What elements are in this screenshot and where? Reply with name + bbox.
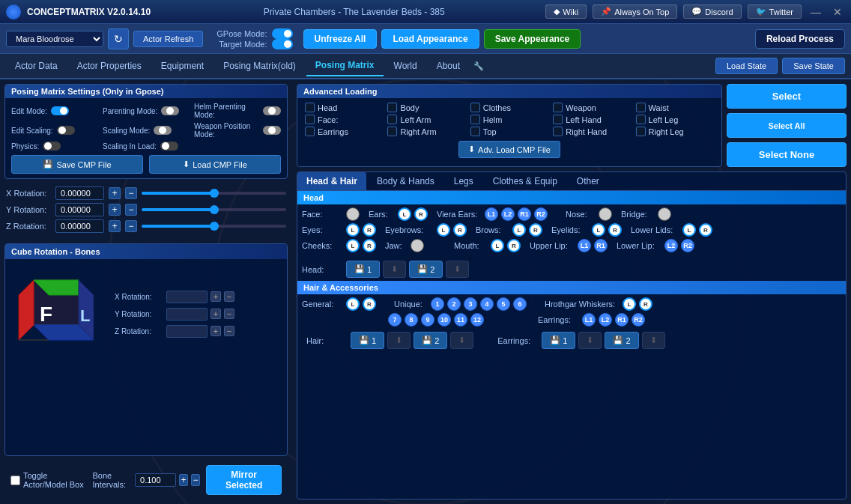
toggle-actor-checkbox[interactable] — [10, 476, 20, 485]
z-rotation-slider[interactable] — [142, 225, 286, 228]
parenting-toggle[interactable] — [161, 106, 179, 115]
unique-1-btn[interactable]: 1 — [431, 297, 444, 311]
cube-z-minus[interactable]: − — [224, 326, 234, 336]
tab-equipment[interactable]: Equipment — [152, 56, 213, 76]
tab-other[interactable]: Other — [568, 172, 608, 190]
left-arm-checkbox[interactable] — [387, 115, 397, 124]
eyelids-l-btn[interactable]: L — [592, 223, 605, 237]
select-all-btn2[interactable]: Select All — [727, 113, 847, 138]
x-plus-btn[interactable]: + — [109, 187, 121, 199]
nose-btn[interactable] — [599, 207, 612, 221]
discord-btn[interactable]: 💬 Discord — [683, 4, 741, 19]
tab-head-hair[interactable]: Head & Hair — [297, 172, 366, 190]
earrings-l1-btn[interactable]: L1 — [582, 313, 596, 327]
refresh-icon-btn[interactable]: ↻ — [108, 28, 129, 49]
right-arm-checkbox[interactable] — [387, 127, 397, 136]
cube-z-input[interactable] — [166, 325, 208, 338]
weapon-pos-toggle[interactable] — [263, 126, 281, 135]
lower-lip-l2-btn[interactable]: L2 — [664, 239, 678, 252]
unique-12-btn[interactable]: 12 — [470, 313, 484, 327]
tab-actor-properties[interactable]: Actor Properties — [68, 56, 151, 76]
save-cmp-btn[interactable]: 💾 Save CMP File — [11, 155, 143, 174]
lower-lids-r-btn[interactable]: R — [699, 223, 712, 237]
x-rotation-input[interactable] — [55, 186, 104, 200]
body-checkbox[interactable] — [387, 103, 397, 112]
brows-r-btn[interactable]: R — [529, 223, 542, 237]
head-load2-btn[interactable]: ⬇ — [446, 261, 469, 278]
y-minus-btn[interactable]: − — [125, 204, 137, 216]
bone-intervals-plus[interactable]: + — [179, 474, 188, 486]
earrings-l2-btn[interactable]: L2 — [599, 313, 612, 327]
hrothgar-r-btn[interactable]: R — [639, 297, 652, 311]
earrings-save2-btn[interactable]: 💾 2 — [605, 332, 638, 349]
scaling-load-toggle[interactable] — [160, 142, 178, 151]
bridge-btn[interactable] — [658, 207, 671, 221]
cube-x-minus[interactable]: − — [224, 291, 234, 302]
load-appearance-btn[interactable]: Load Appearance — [381, 29, 479, 49]
hrothgar-l-btn[interactable]: L — [623, 297, 636, 311]
tab-clothes-equip[interactable]: Clothes & Equip — [484, 172, 566, 190]
x-minus-btn[interactable]: − — [125, 187, 137, 199]
unique-8-btn[interactable]: 8 — [405, 313, 418, 327]
head-save1-btn[interactable]: 💾 1 — [346, 261, 380, 278]
cube-y-input[interactable] — [166, 308, 208, 321]
physics-toggle[interactable] — [43, 142, 61, 151]
cube-x-plus[interactable]: + — [211, 291, 221, 302]
unique-2-btn[interactable]: 2 — [447, 297, 461, 311]
hair-save1-btn[interactable]: 💾 1 — [351, 332, 384, 349]
head-save2-btn[interactable]: 💾 2 — [409, 261, 443, 278]
cheeks-r-btn[interactable]: R — [363, 239, 376, 252]
bone-intervals-input[interactable] — [135, 473, 176, 487]
close-btn[interactable]: ✕ — [830, 6, 845, 18]
always-on-top-btn[interactable]: 📌 Always On Top — [593, 4, 677, 19]
earrings-load1-btn[interactable]: ⬇ — [578, 332, 602, 349]
target-toggle[interactable] — [272, 39, 293, 49]
tab-posing-old[interactable]: Posing Matrix(old) — [214, 56, 305, 76]
unfreeze-all-btn[interactable]: Unfreeze All — [303, 29, 378, 49]
clothes-checkbox[interactable] — [470, 103, 480, 112]
general-l-btn[interactable]: L — [346, 297, 360, 311]
helm-checkbox[interactable] — [470, 115, 480, 124]
mirror-selected-btn[interactable]: Mirror Selected — [206, 465, 282, 495]
cheeks-l-btn[interactable]: L — [346, 239, 360, 252]
select-none-btn[interactable]: Select None — [727, 142, 847, 167]
viera-l2-btn[interactable]: L2 — [501, 207, 515, 221]
left-leg-checkbox[interactable] — [636, 115, 646, 124]
tab-about[interactable]: About — [428, 56, 469, 76]
eyes-r-btn[interactable]: R — [363, 223, 376, 237]
actor-refresh-btn[interactable]: Actor Refresh — [133, 31, 203, 47]
z-minus-btn[interactable]: − — [125, 220, 137, 232]
face-btn[interactable] — [346, 207, 360, 221]
weapon-checkbox[interactable] — [553, 103, 563, 112]
bone-intervals-minus[interactable]: − — [191, 474, 200, 486]
y-rotation-input[interactable] — [55, 203, 104, 216]
y-rotation-slider[interactable] — [142, 208, 286, 211]
ears-l-btn[interactable]: L — [398, 207, 411, 221]
eyebrows-l-btn[interactable]: L — [437, 223, 450, 237]
cube-y-plus[interactable]: + — [211, 309, 221, 319]
head-load1-btn[interactable]: ⬇ — [383, 261, 406, 278]
select-all-btn[interactable]: Select — [727, 84, 847, 109]
waist-checkbox[interactable] — [636, 103, 646, 112]
adv-load-cmp-btn[interactable]: ⬇ Adv. Load CMP File — [458, 141, 560, 158]
face-checkbox[interactable] — [305, 115, 315, 124]
load-cmp-btn[interactable]: ⬇ Load CMP File — [149, 155, 281, 174]
minimize-btn[interactable]: — — [808, 6, 824, 18]
z-plus-btn[interactable]: + — [109, 220, 121, 232]
right-leg-checkbox[interactable] — [636, 127, 646, 136]
reload-process-btn[interactable]: Reload Process — [755, 29, 845, 49]
ears-r-btn[interactable]: R — [414, 207, 428, 221]
earrings-r1-btn[interactable]: R1 — [615, 313, 629, 327]
tab-world[interactable]: World — [385, 56, 426, 76]
twitter-btn[interactable]: 🐦 Twitter — [748, 4, 802, 19]
eyelids-r-btn[interactable]: R — [608, 223, 622, 237]
general-r-btn[interactable]: R — [363, 297, 376, 311]
cube-z-plus[interactable]: + — [211, 326, 221, 336]
left-hand-checkbox[interactable] — [553, 115, 563, 124]
save-state-btn[interactable]: Save State — [782, 58, 845, 74]
gpose-toggle[interactable] — [272, 28, 293, 39]
viera-r2-btn[interactable]: R2 — [534, 207, 548, 221]
earrings-checkbox[interactable] — [305, 127, 315, 136]
cube-x-input[interactable] — [166, 291, 208, 303]
unique-9-btn[interactable]: 9 — [421, 313, 434, 327]
